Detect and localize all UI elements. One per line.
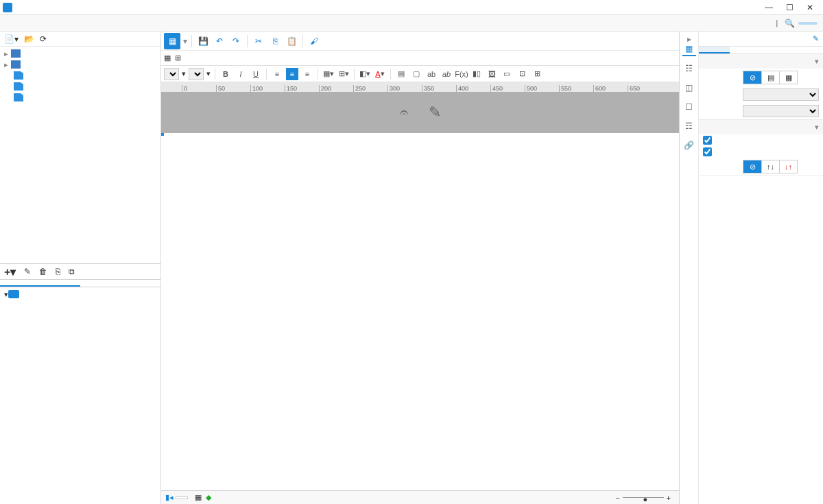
sheet-nav-icon[interactable]: ▮◂ (165, 493, 174, 502)
align-left-icon[interactable]: ≡ (271, 68, 283, 80)
dir-none[interactable]: ⊘ (743, 71, 761, 84)
close-button[interactable]: ✕ (800, 1, 820, 14)
fill-color-icon[interactable]: ◧▾ (359, 68, 371, 80)
align-right-icon[interactable]: ≡ (301, 68, 313, 80)
widget-icon[interactable]: ab (425, 68, 438, 80)
cellprops-icon[interactable]: ▦ (682, 43, 696, 56)
sort-none[interactable]: ⊘ (743, 160, 761, 173)
leftparent-select[interactable] (743, 88, 819, 101)
new-file-icon[interactable]: 📄▾ (4, 34, 19, 44)
sheet-config-icon[interactable]: ▦ (195, 493, 202, 502)
font-color-icon[interactable]: A▾ (374, 68, 386, 80)
underline-icon[interactable]: U (250, 68, 262, 80)
grid[interactable] (161, 133, 679, 490)
float-icon[interactable]: ▭ (501, 68, 513, 80)
bold-icon[interactable]: B (219, 68, 232, 80)
tree-icon[interactable]: ☶ (682, 119, 696, 133)
edit-props-icon[interactable]: ✎ (813, 34, 819, 43)
paste-icon[interactable]: 📋 (285, 34, 298, 48)
italic-icon[interactable]: I (235, 68, 247, 80)
cond-icon[interactable]: ☷ (682, 62, 696, 75)
ds-tree: ▾ (0, 287, 160, 504)
delete-ds-icon[interactable]: 🗑 (39, 267, 47, 276)
dir-vert[interactable]: ▦ (779, 71, 797, 84)
align-center-icon[interactable]: ≡ (286, 68, 298, 80)
brush-icon[interactable]: 🖌 (307, 34, 321, 48)
ptab-shape[interactable] (761, 47, 792, 53)
search-icon[interactable]: 🔍 (783, 19, 796, 28)
paste-ds-icon[interactable]: ⧉ (69, 267, 75, 276)
user-badge[interactable] (798, 22, 818, 25)
minimize-button[interactable]: — (759, 1, 779, 14)
chk-hstretch[interactable] (703, 136, 712, 145)
file-tree: ▸ ▸ (0, 47, 160, 263)
right-panel: ▸ ▦ ☷ ◫ ☐ ☶ 🔗 ✎ ▾ (679, 32, 823, 504)
dir-horiz[interactable]: ▤ (761, 71, 779, 84)
doc-tabbar: ▦ ⊞ (161, 51, 679, 66)
copy-icon[interactable]: ⎘ (268, 34, 282, 48)
tab-grid-icon[interactable]: ▦ (164, 53, 171, 62)
border-icon[interactable]: ▦▾ (322, 68, 335, 80)
ds-node[interactable]: ▾ (0, 289, 160, 300)
sort-buttons: ⊘ ↑↓ ↓↑ (743, 160, 798, 173)
file-toolbar: 📄▾ 📂 ⟳ (0, 32, 160, 47)
ptab-style[interactable] (730, 47, 761, 53)
copy-ds-icon[interactable]: ⎘ (56, 267, 60, 276)
font-select[interactable] (164, 68, 179, 80)
tab-server-ds[interactable] (80, 280, 160, 287)
file-gettingstarted[interactable] (0, 70, 160, 81)
side-toolbar: ▸ ▦ ☷ ◫ ☐ ☶ 🔗 (680, 32, 699, 504)
sheet-ok-icon[interactable]: ◆ (206, 493, 211, 502)
main-toolbar: ▦ ▾ 💾 ↶ ↷ ✂ ⎘ 📋 🖌 (161, 32, 679, 51)
format-toolbar: ▾ ▾ B I U ≡ ≡ ≡ ▦▾ ⊞▾ ◧▾ A▾ ▤ ▢ ab ab F(… (161, 66, 679, 82)
save-icon[interactable]: 💾 (196, 34, 210, 48)
preview-bar: 𝄐 ✎ (161, 92, 679, 133)
topparent-select[interactable] (743, 105, 819, 117)
redo-icon[interactable]: ↷ (229, 34, 243, 48)
image-icon[interactable]: 🖼 (486, 68, 498, 80)
direction-buttons: ⊘ ▤ ▦ (743, 71, 798, 84)
form-overlay (161, 133, 164, 136)
more-icon[interactable]: ⊞ (531, 68, 543, 80)
edit-icon[interactable]: ✎ (429, 104, 441, 121)
titlebar: — ☐ ✕ (0, 0, 823, 15)
insert-cell-icon[interactable]: ▢ (410, 68, 422, 80)
chart-icon[interactable]: ▮▯ (470, 68, 483, 80)
folder-demo[interactable]: ▸ (0, 48, 160, 59)
widget2-icon[interactable]: ☐ (682, 100, 696, 114)
mode-icon[interactable]: ▦ (164, 33, 180, 49)
ptab-expand[interactable] (699, 47, 730, 53)
file-rowform[interactable] (0, 92, 160, 103)
open-file-icon[interactable]: 📂 (24, 34, 34, 44)
zoom-out-icon[interactable]: − (615, 494, 619, 502)
zoom-in-icon[interactable]: + (667, 494, 671, 502)
sort-asc[interactable]: ↑↓ (761, 160, 779, 173)
section-advanced[interactable]: ▾ (699, 120, 823, 134)
insert-table-icon[interactable]: ▤ (395, 68, 407, 80)
section-basic[interactable]: ▾ (699, 54, 823, 69)
formula-icon[interactable]: F(x) (455, 68, 468, 80)
folder-doc[interactable]: ▸ (0, 59, 160, 70)
maximize-button[interactable]: ☐ (779, 1, 800, 14)
text-icon[interactable]: ab (440, 68, 453, 80)
add-ds-button[interactable]: +▾ (4, 265, 16, 278)
tab-aux-icon[interactable]: ⊞ (175, 53, 181, 62)
ds-tabs (0, 280, 160, 287)
sheet-tab[interactable] (176, 496, 188, 499)
merge-icon[interactable]: ⊞▾ (337, 68, 350, 80)
nopreview-icon[interactable]: 𝄐 (400, 104, 408, 121)
ptab-other[interactable] (792, 47, 823, 53)
link-icon[interactable]: 🔗 (682, 139, 696, 152)
sort-desc[interactable]: ↓↑ (779, 160, 797, 173)
file-freeform[interactable] (0, 81, 160, 92)
undo-icon[interactable]: ↶ (213, 34, 226, 48)
crop-icon[interactable]: ◫ (682, 81, 696, 95)
chk-vstretch[interactable] (703, 147, 712, 156)
tab-template-ds[interactable] (0, 280, 80, 287)
group-icon[interactable]: ⊡ (516, 68, 528, 80)
refresh-icon[interactable]: ⟳ (40, 34, 47, 44)
edit-ds-icon[interactable]: ✎ (24, 267, 31, 276)
size-select[interactable] (189, 68, 204, 80)
props-tabs (699, 47, 823, 54)
cut-icon[interactable]: ✂ (252, 34, 265, 48)
